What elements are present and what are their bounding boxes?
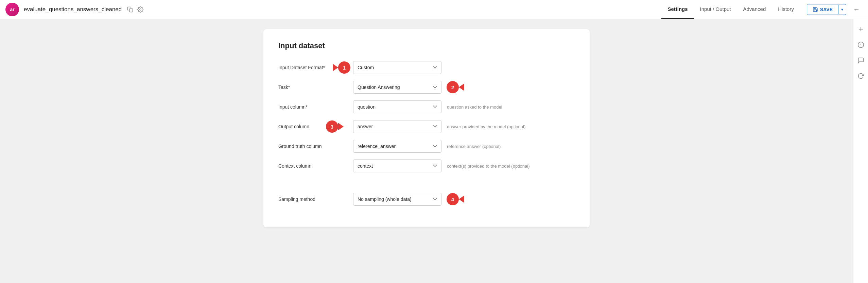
badge-1-arrow: 1 xyxy=(333,61,350,74)
gear-icon xyxy=(137,6,143,13)
sidebar-sync-button[interactable] xyxy=(855,70,867,82)
logo-button[interactable]: ar xyxy=(5,3,19,16)
ground-truth-row: Ground truth column reference_answer ref… xyxy=(278,140,575,153)
output-column-controls: 3 answer answer provided by the model (o… xyxy=(353,120,575,133)
tab-advanced[interactable]: Advanced xyxy=(737,0,772,19)
settings-icon-button[interactable] xyxy=(135,5,145,14)
badge-4-wrap: 4 xyxy=(447,193,464,205)
input-column-select[interactable]: question xyxy=(353,100,441,113)
ground-truth-hint: reference answer (optional) xyxy=(447,144,575,149)
sync-icon xyxy=(857,73,864,79)
svg-point-1 xyxy=(140,8,141,10)
badge-3-arrow: 3 xyxy=(326,120,344,133)
sampling-method-select[interactable]: No sampling (whole data) xyxy=(353,193,441,206)
topbar: ar evaluate_questions_answers_cleaned Se… xyxy=(0,0,868,19)
save-button[interactable]: SAVE xyxy=(807,4,838,15)
input-dataset-format-row: Input Dataset Format* Custom 1 xyxy=(278,61,575,74)
input-column-row: Input column* question question asked to… xyxy=(278,100,575,113)
svg-rect-0 xyxy=(129,8,133,12)
output-column-select[interactable]: answer xyxy=(353,120,441,133)
save-button-group: SAVE ▾ xyxy=(807,4,846,15)
context-column-row: Context column context context(s) provid… xyxy=(278,159,575,172)
badge-2-arrow: 2 xyxy=(447,81,464,93)
context-column-hint: context(s) provided to the model (option… xyxy=(447,164,575,169)
ground-truth-controls: reference_answer reference answer (optio… xyxy=(353,140,575,153)
input-dataset-format-controls: Custom 1 xyxy=(353,61,575,74)
save-caret-button[interactable]: ▾ xyxy=(838,5,846,14)
output-column-hint: answer provided by the model (optional) xyxy=(447,124,575,129)
form-card: Input dataset Input Dataset Format* Cust… xyxy=(263,29,590,227)
main-content: Input dataset Input Dataset Format* Cust… xyxy=(0,19,853,283)
sampling-method-row: Sampling method No sampling (whole data)… xyxy=(278,193,575,206)
sidebar-info-button[interactable] xyxy=(855,39,867,51)
sampling-method-label: Sampling method xyxy=(278,196,353,202)
task-label: Task* xyxy=(278,84,353,90)
task-select[interactable]: Question Answering xyxy=(353,81,441,94)
task-controls: Question Answering 2 xyxy=(353,81,575,94)
tab-input-output[interactable]: Input / Output xyxy=(694,0,737,19)
badge-4-circle: 4 xyxy=(447,193,459,205)
context-column-label: Context column xyxy=(278,163,353,169)
ground-truth-label: Ground truth column xyxy=(278,144,353,149)
badge-1-arrowhead xyxy=(333,64,338,71)
ground-truth-select[interactable]: reference_answer xyxy=(353,140,441,153)
badge-3-arrowhead xyxy=(338,123,344,130)
info-icon xyxy=(857,41,864,48)
tab-history[interactable]: History xyxy=(772,0,800,19)
copy-button[interactable] xyxy=(125,5,135,14)
badge-3-circle: 3 xyxy=(326,120,338,133)
document-title: evaluate_questions_answers_cleaned xyxy=(24,6,122,13)
context-column-select[interactable]: context xyxy=(353,159,441,172)
context-column-controls: context context(s) provided to the model… xyxy=(353,159,575,172)
sampling-method-controls: No sampling (whole data) 4 xyxy=(353,193,575,206)
badge-4-arrow: 4 xyxy=(447,193,464,205)
back-button[interactable]: ← xyxy=(850,4,863,15)
main-nav: Settings Input / Output Advanced History xyxy=(661,0,800,19)
input-column-hint: question asked to the model xyxy=(447,105,575,110)
tab-settings[interactable]: Settings xyxy=(661,0,694,19)
badge-2-circle: 2 xyxy=(447,81,459,93)
plus-icon xyxy=(857,26,864,33)
save-icon xyxy=(813,7,818,12)
badge-2-wrap: 2 xyxy=(447,81,464,93)
input-column-controls: question question asked to the model xyxy=(353,100,575,113)
input-dataset-format-select[interactable]: Custom xyxy=(353,61,441,74)
badge-4-arrowhead xyxy=(459,195,464,203)
copy-icon xyxy=(127,6,133,13)
chat-icon xyxy=(857,57,864,64)
section-title: Input dataset xyxy=(278,41,575,50)
output-column-row: Output column 3 answer answer provided b… xyxy=(278,120,575,133)
badge-1-wrap: 1 xyxy=(333,61,350,74)
badge-2-arrowhead xyxy=(459,83,464,91)
task-row: Task* Question Answering 2 xyxy=(278,81,575,94)
badge-1-circle: 1 xyxy=(338,61,350,74)
input-column-label: Input column* xyxy=(278,104,353,110)
sidebar-plus-button[interactable] xyxy=(855,23,867,35)
badge-3-wrap: 3 xyxy=(326,120,344,133)
sidebar-chat-button[interactable] xyxy=(855,54,867,67)
right-sidebar xyxy=(853,19,868,283)
